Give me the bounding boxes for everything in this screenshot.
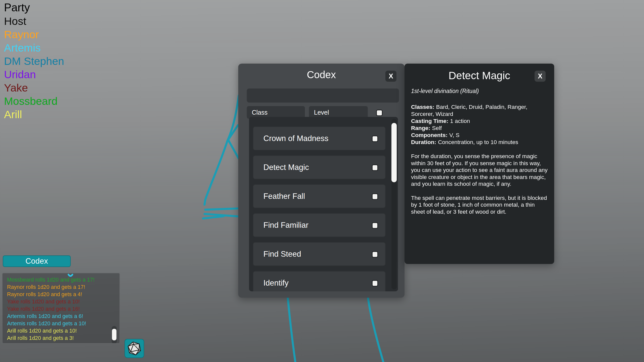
party-member-yake[interactable]: Yake [4, 81, 64, 95]
chat-message: Artemis rolls 1d20 and gets a 6! [7, 313, 119, 320]
party-panel: Party Host Raynor Artemis DM Stephen Uri… [4, 1, 64, 121]
spell-property-range: Range:Self [411, 125, 548, 132]
spell-toggle-checkbox[interactable] [372, 222, 378, 229]
spell-subtitle: 1st-level divination (Ritual) [411, 88, 548, 95]
chat-message: Yake rolls 1d20 and gets a 16! [7, 305, 119, 313]
spell-detail-close-button[interactable]: X [535, 71, 546, 82]
spell-property-duration: Duration:Concentration, up to 10 minutes [411, 139, 548, 146]
spell-row-feather-fall[interactable]: Feather Fall [253, 184, 386, 208]
party-member-dm-stephen[interactable]: DM Stephen [4, 55, 64, 68]
party-member-uridan[interactable]: Uridan [4, 68, 64, 81]
chat-message: Yake rolls 1d20 and gets a 10! [7, 298, 119, 305]
chat-message: Artemis rolls 1d20 and gets a 10! [7, 320, 119, 327]
spell-list-scrollbar-thumb[interactable] [391, 123, 397, 182]
spell-toggle-checkbox[interactable] [372, 251, 378, 258]
codex-modal-title: Codex [238, 69, 405, 80]
filter-toggle-checkbox[interactable] [376, 110, 383, 116]
codex-modal: Codex X Class Level Crown of Madness Det… [238, 64, 405, 298]
codex-search-input[interactable] [247, 88, 399, 103]
spell-toggle-checkbox[interactable] [372, 164, 378, 171]
spell-name: Find Familiar [253, 221, 308, 230]
chat-message: Raynor rolls 1d20 and gets a 4! [7, 291, 119, 298]
party-title: Party [4, 1, 64, 15]
party-member-arill[interactable]: Arill [4, 108, 64, 121]
spell-row-crown-of-madness[interactable]: Crown of Madness [253, 126, 386, 150]
spell-name: Find Steed [253, 250, 301, 259]
spell-name: Feather Fall [253, 192, 305, 201]
tabletop-scene: Party Host Raynor Artemis DM Stephen Uri… [0, 0, 644, 362]
spell-toggle-checkbox[interactable] [372, 135, 378, 142]
chat-message: Mossbeard rolls 1d20 and gets a 17! [7, 276, 119, 284]
spell-name: Crown of Madness [253, 134, 328, 143]
spell-property-casting-time: Casting Time:1 action [411, 118, 548, 125]
spell-row-identify[interactable]: Identify [253, 271, 386, 291]
spell-list: Crown of Madness Detect Magic Feather Fa… [249, 117, 398, 291]
chat-message: Raynor rolls 1d20 and gets a 17! [7, 284, 119, 291]
spell-name: Detect Magic [253, 163, 309, 172]
codex-close-button[interactable]: X [385, 71, 396, 82]
dice-roll-button[interactable]: 20 [125, 339, 144, 358]
party-member-host[interactable]: Host [4, 15, 64, 28]
spell-property-components: Components:V, S [411, 132, 548, 139]
chat-log-panel[interactable]: Mossbeard rolls 1d20 and gets a 17! Rayn… [2, 273, 120, 344]
spell-row-find-familiar[interactable]: Find Familiar [253, 213, 386, 237]
spell-detail-panel: Detect Magic X 1st-level divination (Rit… [405, 64, 554, 264]
spell-properties: Classes:Bard, Cleric, Druid, Paladin, Ra… [411, 104, 548, 146]
d20-die-icon: 20 [127, 341, 142, 356]
spell-name: Identify [253, 279, 289, 288]
spell-detail-body: 1st-level divination (Ritual) Classes:Ba… [411, 86, 548, 215]
spell-description-paragraph: The spell can penetrate most barriers, b… [411, 195, 548, 215]
chat-message: Arill rolls 1d20 and gets a 10! [7, 327, 119, 335]
codex-button[interactable]: Codex [3, 255, 71, 267]
spell-description-paragraph: For the duration, you sense the presence… [411, 153, 548, 188]
spell-toggle-checkbox[interactable] [372, 193, 378, 200]
spell-property-classes: Classes:Bard, Cleric, Druid, Paladin, Ra… [411, 104, 548, 118]
spell-row-detect-magic[interactable]: Detect Magic [253, 155, 386, 179]
spell-toggle-checkbox[interactable] [372, 280, 378, 287]
party-member-mossbeard[interactable]: Mossbeard [4, 95, 64, 108]
chat-scrollbar-thumb[interactable] [112, 329, 116, 340]
chat-message: Arill rolls 1d20 and gets a 3! [7, 335, 119, 342]
party-member-artemis[interactable]: Artemis [4, 41, 64, 55]
party-member-raynor[interactable]: Raynor [4, 28, 64, 41]
spell-detail-title: Detect Magic [405, 70, 554, 82]
spell-row-find-steed[interactable]: Find Steed [253, 242, 386, 266]
